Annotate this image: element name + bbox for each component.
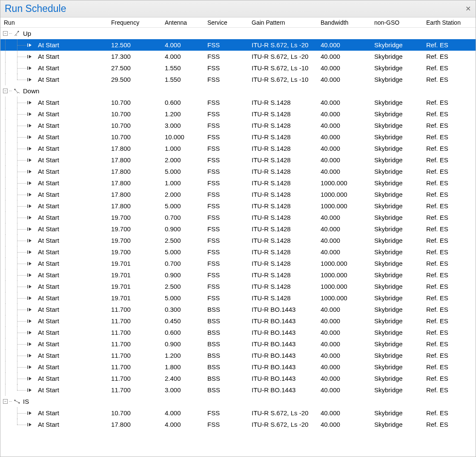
- cell-service: BSS: [206, 317, 250, 325]
- table-row[interactable]: At Start11.7000.900BSSITU-R BO.144340.00…: [0, 338, 476, 350]
- header-bandwidth[interactable]: Bandwidth: [319, 19, 373, 26]
- close-icon[interactable]: ✕: [464, 5, 472, 13]
- cell-frequency: 17.800: [109, 168, 163, 175]
- table-row[interactable]: At Start19.7000.900FSSITU-R S.142840.000…: [0, 223, 476, 235]
- table-row[interactable]: At Start17.8002.000FSSITU-R S.14281000.0…: [0, 189, 476, 200]
- cell-ngso: Skybridge: [373, 122, 424, 129]
- cell-service: FSS: [206, 271, 250, 279]
- cell-service: FSS: [206, 122, 250, 129]
- header-ngso[interactable]: non-GSO: [373, 19, 424, 26]
- header-frequency[interactable]: Frequency: [109, 19, 163, 26]
- table-row[interactable]: At Start17.8001.000FSSITU-R S.142840.000…: [0, 143, 476, 154]
- table-row[interactable]: At Start19.7002.500FSSITU-R S.142840.000…: [0, 235, 476, 246]
- cell-es: Ref. ES: [424, 248, 474, 256]
- expander-icon[interactable]: −: [3, 89, 8, 93]
- cell-antenna: 4.000: [163, 409, 206, 417]
- header-service[interactable]: Service: [206, 19, 250, 26]
- cell-service: BSS: [206, 352, 250, 359]
- table-row[interactable]: At Start29.5001.550FSSITU-R S.672, Ls -1…: [0, 74, 476, 85]
- cell-gain: ITU-R S.1428: [250, 283, 319, 290]
- cell-frequency: 17.800: [109, 421, 163, 428]
- svg-marker-27: [29, 181, 32, 185]
- table-row[interactable]: At Start10.7001.200FSSITU-R S.142840.000…: [0, 108, 476, 120]
- cell-ngso: Skybridge: [373, 179, 424, 187]
- tree-group[interactable]: −Up: [0, 28, 476, 39]
- cell-bandwidth: 1000.000: [319, 260, 373, 267]
- cell-run: At Start: [37, 99, 59, 106]
- table-row[interactable]: At Start12.5004.000FSSITU-R S.672, Ls -2…: [0, 39, 476, 51]
- table-row[interactable]: At Start19.7010.900FSSITU-R S.14281000.0…: [0, 269, 476, 281]
- table-row[interactable]: At Start19.7000.700FSSITU-R S.142840.000…: [0, 212, 476, 223]
- header-gain[interactable]: Gain Pattern: [250, 19, 319, 26]
- table-row[interactable]: At Start17.3004.000FSSITU-R S.672, Ls -2…: [0, 51, 476, 62]
- table-row[interactable]: At Start19.7010.700FSSITU-R S.14281000.0…: [0, 258, 476, 269]
- expander-icon[interactable]: −: [3, 31, 8, 36]
- cell-service: FSS: [206, 225, 250, 233]
- table-row[interactable]: At Start17.8005.000FSSITU-R S.142840.000…: [0, 166, 476, 177]
- cell-es: Ref. ES: [424, 191, 474, 198]
- cell-gain: ITU-R S.672, Ls -20: [250, 53, 319, 60]
- cell-gain: ITU-R BO.1443: [250, 352, 319, 359]
- table-row[interactable]: At Start10.70010.000FSSITU-R S.142840.00…: [0, 131, 476, 143]
- cell-gain: ITU-R S.1428: [250, 156, 319, 164]
- table-row[interactable]: At Start17.8001.000FSSITU-R S.14281000.0…: [0, 177, 476, 189]
- cell-antenna: 4.000: [163, 53, 206, 60]
- table-row[interactable]: At Start19.7012.500FSSITU-R S.14281000.0…: [0, 281, 476, 292]
- table-row[interactable]: At Start17.8005.000FSSITU-R S.14281000.0…: [0, 200, 476, 212]
- cell-gain: ITU-R S.1428: [250, 248, 319, 256]
- cell-antenna: 3.000: [163, 386, 206, 394]
- cell-service: FSS: [206, 179, 250, 187]
- table-row[interactable]: At Start17.8004.000FSSITU-R S.672, Ls -2…: [0, 419, 476, 430]
- svg-line-66: [15, 401, 19, 402]
- table-row[interactable]: At Start11.7001.800BSSITU-R BO.144340.00…: [0, 361, 476, 373]
- run-start-icon: [27, 123, 34, 128]
- table-row[interactable]: At Start10.7000.600FSSITU-R S.142840.000…: [0, 97, 476, 108]
- cell-service: FSS: [206, 260, 250, 267]
- cell-es: Ref. ES: [424, 53, 474, 60]
- table-row[interactable]: At Start10.7004.000FSSITU-R S.672, Ls -2…: [0, 407, 476, 419]
- table-row[interactable]: At Start27.5001.550FSSITU-R S.672, Ls -1…: [0, 62, 476, 74]
- header-run[interactable]: Run: [0, 19, 109, 26]
- cell-run: At Start: [37, 271, 59, 279]
- table-row[interactable]: At Start19.7005.000FSSITU-R S.142840.000…: [0, 246, 476, 258]
- cell-service: FSS: [206, 421, 250, 428]
- svg-marker-19: [29, 135, 32, 139]
- table-row[interactable]: At Start11.7002.400BSSITU-R BO.144340.00…: [0, 373, 476, 384]
- cell-service: FSS: [206, 214, 250, 221]
- cell-es: Ref. ES: [424, 306, 474, 313]
- tree-group[interactable]: −Down: [0, 85, 476, 97]
- run-start-icon: [27, 192, 34, 197]
- cell-es: Ref. ES: [424, 329, 474, 336]
- cell-antenna: 1.000: [163, 179, 206, 187]
- cell-bandwidth: 40.000: [319, 99, 373, 106]
- svg-marker-23: [29, 158, 32, 162]
- table-row[interactable]: At Start11.7000.450BSSITU-R BO.144340.00…: [0, 315, 476, 327]
- header-es[interactable]: Earth Station: [424, 19, 474, 26]
- expander-icon[interactable]: −: [3, 399, 8, 404]
- table-row[interactable]: At Start11.7003.000BSSITU-R BO.144340.00…: [0, 384, 476, 396]
- cell-frequency: 19.700: [109, 225, 163, 233]
- cell-frequency: 17.800: [109, 179, 163, 187]
- cell-antenna: 0.900: [163, 271, 206, 279]
- cell-service: FSS: [206, 110, 250, 118]
- tree-group[interactable]: −IS: [0, 396, 476, 407]
- header-antenna[interactable]: Antenna: [163, 19, 206, 26]
- svg-marker-29: [29, 193, 32, 196]
- svg-line-11: [15, 90, 18, 93]
- cell-frequency: 11.700: [109, 306, 163, 313]
- table-row[interactable]: At Start11.7000.600BSSITU-R BO.144340.00…: [0, 327, 476, 338]
- table-row[interactable]: At Start17.8002.000FSSITU-R S.142840.000…: [0, 154, 476, 166]
- svg-point-64: [14, 400, 15, 400]
- cell-gain: ITU-R S.1428: [250, 191, 319, 198]
- svg-marker-35: [29, 227, 32, 231]
- cell-es: Ref. ES: [424, 294, 474, 302]
- table-row[interactable]: At Start10.7003.000FSSITU-R S.142840.000…: [0, 120, 476, 131]
- table-row[interactable]: At Start11.7000.300BSSITU-R BO.144340.00…: [0, 304, 476, 315]
- cell-bandwidth: 40.000: [319, 156, 373, 164]
- table-row[interactable]: At Start19.7015.000FSSITU-R S.14281000.0…: [0, 292, 476, 304]
- table-row[interactable]: At Start11.7001.200BSSITU-R BO.144340.00…: [0, 350, 476, 361]
- cell-run: At Start: [37, 191, 59, 198]
- cell-ngso: Skybridge: [373, 248, 424, 256]
- cell-frequency: 17.800: [109, 191, 163, 198]
- cell-service: FSS: [206, 53, 250, 60]
